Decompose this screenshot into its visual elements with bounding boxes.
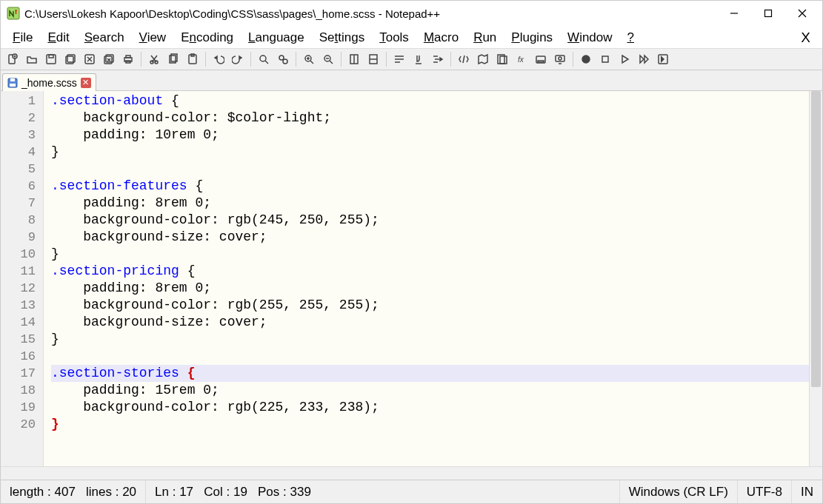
tab-close-icon[interactable]: ✕ — [81, 78, 91, 88]
svg-point-61 — [559, 57, 562, 60]
svg-rect-21 — [126, 56, 130, 58]
folder-workspace-icon[interactable] — [532, 50, 550, 68]
save-all-icon[interactable] — [61, 50, 79, 68]
svg-rect-56 — [500, 56, 507, 64]
sync-h-icon[interactable] — [364, 50, 382, 68]
close-all-icon[interactable] — [100, 50, 118, 68]
svg-rect-9 — [47, 55, 56, 64]
menu-edit[interactable]: Edit — [40, 29, 76, 47]
status-eol[interactable]: Windows (CR LF) — [620, 480, 738, 503]
redo-icon[interactable] — [229, 50, 247, 68]
save-icon[interactable] — [42, 50, 60, 68]
menubar: File Edit Search View Encoding Language … — [1, 26, 822, 48]
svg-line-35 — [283, 59, 284, 60]
find-icon[interactable] — [255, 50, 273, 68]
replace-icon[interactable] — [274, 50, 292, 68]
cut-icon[interactable] — [145, 50, 163, 68]
indent-guide-icon[interactable] — [429, 50, 447, 68]
close-docs-x[interactable]: X — [793, 30, 818, 46]
menu-tools[interactable]: Tools — [372, 29, 416, 47]
tab-filename: _home.scss — [21, 77, 77, 89]
svg-rect-2 — [765, 10, 772, 17]
status-encoding[interactable]: UTF-8 — [738, 480, 792, 503]
new-file-icon[interactable] — [4, 50, 21, 68]
doc-list-icon[interactable] — [493, 50, 511, 68]
status-position: Ln : 17 Col : 19 Pos : 339 — [146, 480, 620, 503]
zoom-out-icon[interactable] — [319, 50, 337, 68]
app-icon — [7, 7, 20, 20]
user-lang-icon[interactable] — [455, 50, 473, 68]
menu-help[interactable]: ? — [620, 29, 642, 47]
show-all-chars-icon[interactable] — [410, 50, 427, 68]
disk-icon — [7, 78, 18, 88]
copy-icon[interactable] — [164, 50, 182, 68]
menu-settings[interactable]: Settings — [312, 29, 372, 47]
svg-line-41 — [330, 61, 333, 64]
record-macro-icon[interactable] — [577, 50, 595, 68]
monitoring-icon[interactable] — [551, 50, 569, 68]
statusbar: length : 407 lines : 20 Ln : 17 Col : 19… — [1, 480, 822, 503]
menu-window[interactable]: Window — [560, 29, 619, 47]
doc-map-icon[interactable] — [474, 50, 492, 68]
maximize-button[interactable] — [751, 1, 785, 26]
menu-language[interactable]: Language — [241, 29, 312, 47]
editor: 1234567891011121314151617181920 .section… — [1, 91, 822, 466]
close-button[interactable] — [785, 1, 819, 26]
svg-line-54 — [463, 56, 464, 63]
menu-view[interactable]: View — [132, 29, 174, 47]
svg-line-37 — [310, 61, 313, 64]
toolbar: fx — [1, 48, 822, 70]
play-macro-icon[interactable] — [616, 50, 633, 68]
file-tab[interactable]: _home.scss ✕ — [2, 73, 96, 91]
status-insert-mode[interactable]: IN — [792, 480, 822, 503]
status-length: length : 407 lines : 20 — [1, 480, 146, 503]
close-file-icon[interactable] — [81, 50, 99, 68]
svg-rect-68 — [10, 84, 16, 87]
play-multi-icon[interactable] — [635, 50, 653, 68]
print-icon[interactable] — [119, 50, 137, 68]
tabbar: _home.scss ✕ — [1, 70, 822, 91]
open-file-icon[interactable] — [23, 50, 41, 68]
svg-rect-59 — [538, 61, 544, 62]
sync-v-icon[interactable] — [345, 50, 363, 68]
stop-macro-icon[interactable] — [596, 50, 614, 68]
svg-point-63 — [582, 56, 590, 63]
svg-rect-10 — [49, 55, 53, 58]
scrollbar-thumb[interactable] — [811, 91, 821, 387]
svg-line-32 — [265, 61, 268, 64]
code-area[interactable]: .section-about { background-color: $colo… — [44, 91, 809, 466]
paste-icon[interactable] — [184, 50, 201, 68]
svg-text:fx: fx — [518, 56, 524, 64]
menu-macro[interactable]: Macro — [416, 29, 466, 47]
menu-file[interactable]: File — [5, 29, 40, 47]
save-macro-icon[interactable] — [654, 50, 672, 68]
horizontal-scrollbar[interactable] — [1, 466, 822, 480]
menu-run[interactable]: Run — [466, 29, 504, 47]
svg-point-31 — [260, 56, 266, 61]
menu-search[interactable]: Search — [77, 29, 132, 47]
zoom-in-icon[interactable] — [300, 50, 318, 68]
svg-rect-60 — [556, 56, 564, 61]
titlebar: C:\Users\Lokesh Kapoor\Desktop\Coding\CS… — [1, 1, 822, 26]
svg-rect-64 — [602, 56, 608, 62]
svg-rect-67 — [10, 78, 15, 81]
menu-encoding[interactable]: Encoding — [173, 29, 241, 47]
minimize-button[interactable] — [717, 1, 751, 26]
vertical-scrollbar[interactable] — [809, 91, 822, 466]
window-title: C:\Users\Lokesh Kapoor\Desktop\Coding\CS… — [24, 7, 440, 20]
word-wrap-icon[interactable] — [390, 50, 408, 68]
menu-plugins[interactable]: Plugins — [504, 29, 560, 47]
undo-icon[interactable] — [210, 50, 227, 68]
function-list-icon[interactable]: fx — [513, 50, 530, 68]
line-number-gutter: 1234567891011121314151617181920 — [1, 91, 44, 466]
